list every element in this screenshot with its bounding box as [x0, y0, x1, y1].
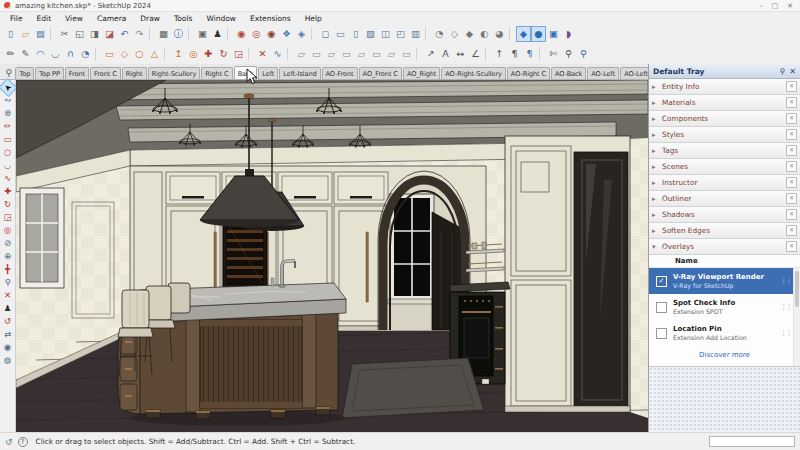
paragraph-boxed-tool-icon[interactable]: ¶ [522, 46, 537, 62]
circle-tool-icon[interactable]: ○ [1, 146, 15, 159]
tray-section-instructor[interactable]: ▸Instructor✕ [649, 175, 800, 191]
line-tool-icon[interactable]: ✏ [1, 120, 15, 133]
tray-section-outliner[interactable]: ▸Outliner✕ [649, 191, 800, 207]
minimize-button[interactable]: – [759, 2, 763, 10]
plugin-doc-tool-5-icon[interactable]: ▱ [354, 46, 369, 62]
overlays-scrollbar[interactable] [793, 268, 800, 366]
scene-tab-ao-left[interactable]: AO-Left [587, 67, 619, 79]
geolocation-icon[interactable]: ↺ [5, 437, 13, 447]
dimension-tool-icon[interactable]: ↔ [453, 46, 468, 62]
menu-window[interactable]: Window [199, 14, 243, 23]
tape-measure-tool-icon[interactable]: ⊘ [1, 237, 15, 250]
scene-tab-ao-front-c[interactable]: AO_Front C [359, 67, 402, 79]
search-warehouse-icon[interactable]: ⚲ [576, 46, 591, 62]
wireframe-style-icon[interactable]: ◇ [447, 26, 462, 42]
scene-tab-front[interactable]: Front [65, 67, 89, 79]
menu-view[interactable]: View [58, 14, 90, 23]
plugin-doc-tool-2-icon[interactable]: ▭ [309, 46, 324, 62]
plugin-doc-tool-7-icon[interactable]: ▱ [384, 46, 399, 62]
tray-close-icon[interactable]: ✕ [789, 67, 796, 76]
push-pull-tool-icon[interactable]: ↥ [171, 46, 186, 62]
plugin-doc-tool-6-icon[interactable]: ▭ [369, 46, 384, 62]
paragraph-tool-icon[interactable]: ¶ [507, 46, 522, 62]
walk-tool-icon[interactable]: ♟ [1, 302, 15, 315]
move-tool-icon[interactable]: ✚ [201, 46, 216, 62]
vray-frame-buffer-icon[interactable]: ▣ [546, 26, 561, 42]
help-icon[interactable]: ? [18, 437, 28, 447]
rug[interactable] [342, 358, 484, 418]
offset-tool-icon[interactable]: ◎ [186, 46, 201, 62]
chaos-cosmos-icon[interactable]: ◗ [561, 26, 576, 42]
three-point-arc-tool-icon[interactable]: ∩ [63, 46, 78, 62]
viewport-3d[interactable] [16, 80, 648, 432]
checkbox-checked[interactable]: ✓ [656, 276, 667, 287]
section-close-icon[interactable]: ✕ [786, 81, 797, 92]
viewport-canvas[interactable] [16, 80, 648, 432]
print-icon[interactable]: ▦ [156, 26, 171, 42]
scrollbar-thumb[interactable] [795, 271, 799, 307]
tray-section-overlays[interactable]: ▾ Overlays ✕ [649, 239, 800, 255]
rotate-tool-icon[interactable]: ↻ [216, 46, 231, 62]
back-edges-icon[interactable]: ▥ [408, 26, 423, 42]
model-info-icon[interactable]: ⓘ [171, 26, 186, 42]
tray-section-entity-info[interactable]: ▸Entity Info✕ [649, 79, 800, 95]
scale-tool-icon[interactable]: ◲ [231, 46, 246, 62]
section-plane-icon[interactable]: ◻ [318, 26, 333, 42]
section-close-icon[interactable]: ✕ [786, 209, 797, 220]
scene-tab-back[interactable]: Back [234, 66, 258, 79]
rotated-rectangle-tool-icon[interactable]: ◇ [117, 46, 132, 62]
up-arrow-tool-icon[interactable]: ↑ [492, 46, 507, 62]
text-tool-icon[interactable]: A [438, 46, 453, 62]
menu-help[interactable]: Help [298, 14, 329, 23]
shaded-style-icon[interactable]: ◐ [477, 26, 492, 42]
hide-rest-icon[interactable]: ◫ [378, 26, 393, 42]
checkbox-unchecked[interactable] [656, 328, 667, 339]
eraser-icon[interactable]: ◪ [102, 26, 117, 42]
tray-section-soften-edges[interactable]: ▸Soften Edges✕ [649, 223, 800, 239]
rectangle-tool-icon[interactable]: ▭ [1, 133, 15, 146]
menu-extensions[interactable]: Extensions [243, 14, 298, 23]
overlay-row-v-ray-viewport-render[interactable]: ✓V-Ray Viewport RenderV-Ray for SketchUp… [649, 268, 800, 294]
scene-tab-ao-right-scullery[interactable]: AO-Right-Scullery [441, 67, 506, 79]
circle-tool-icon[interactable]: ○ [132, 46, 147, 62]
scene-tab-ao-front[interactable]: AO-Front [322, 67, 358, 79]
menu-camera[interactable]: Camera [90, 14, 133, 23]
scale-tool-icon[interactable]: ◲ [1, 211, 15, 224]
search-model-icon[interactable]: ⚲ [561, 46, 576, 62]
section-display-icon[interactable]: ▭ [333, 26, 348, 42]
textured-style-icon[interactable]: ◕ [492, 26, 507, 42]
tray-section-styles[interactable]: ▸Styles✕ [649, 127, 800, 143]
tray-section-tags[interactable]: ▸Tags✕ [649, 143, 800, 159]
section-close-icon[interactable]: ✕ [786, 225, 797, 236]
open-file-icon[interactable]: ▱ [18, 26, 33, 42]
look-around-tool-icon[interactable]: ◉ [1, 341, 15, 354]
arc-tool-icon[interactable]: ◠ [33, 46, 48, 62]
menu-tools[interactable]: Tools [167, 14, 199, 23]
tray-section-shadows[interactable]: ▸Shadows✕ [649, 207, 800, 223]
plugin-doc-tool-8-icon[interactable]: ▭ [399, 46, 414, 62]
scene-tab-right-c[interactable]: Right C [201, 67, 232, 79]
rotate-tool-icon[interactable]: ↻ [1, 198, 15, 211]
section-close-icon[interactable]: ✕ [786, 241, 797, 252]
share-model-icon[interactable]: ◎ [249, 26, 264, 42]
scene-tab-left-island[interactable]: Left-Island [279, 67, 320, 79]
vray-render-icon[interactable]: ● [531, 26, 546, 42]
section-close-icon[interactable]: ✕ [786, 193, 797, 204]
scene-tab-ao-back[interactable]: AO-Back [551, 67, 586, 79]
undo-icon[interactable]: ↶ [117, 26, 132, 42]
section-close-icon[interactable]: ✕ [786, 177, 797, 188]
tray-section-components[interactable]: ▸Components✕ [649, 111, 800, 127]
measurements-input[interactable] [709, 436, 795, 447]
plugin-doc-tool-4-icon[interactable]: ▭ [339, 46, 354, 62]
section-close-icon[interactable]: ✕ [786, 129, 797, 140]
section-close-icon[interactable]: ✕ [786, 113, 797, 124]
menu-draw[interactable]: Draw [133, 14, 167, 23]
angle-dimension-tool-icon[interactable]: ∠ [468, 46, 483, 62]
protractor-tool-icon[interactable]: ⊕ [1, 250, 15, 263]
scene-tab-right[interactable]: Right [122, 67, 147, 79]
zoom-extents-tool-icon[interactable]: ✕ [1, 289, 15, 302]
close-button[interactable]: ✕ [787, 2, 793, 10]
section-close-icon[interactable]: ✕ [786, 97, 797, 108]
new-file-icon[interactable]: ▯ [3, 26, 18, 42]
section-close-icon[interactable]: ✕ [786, 161, 797, 172]
